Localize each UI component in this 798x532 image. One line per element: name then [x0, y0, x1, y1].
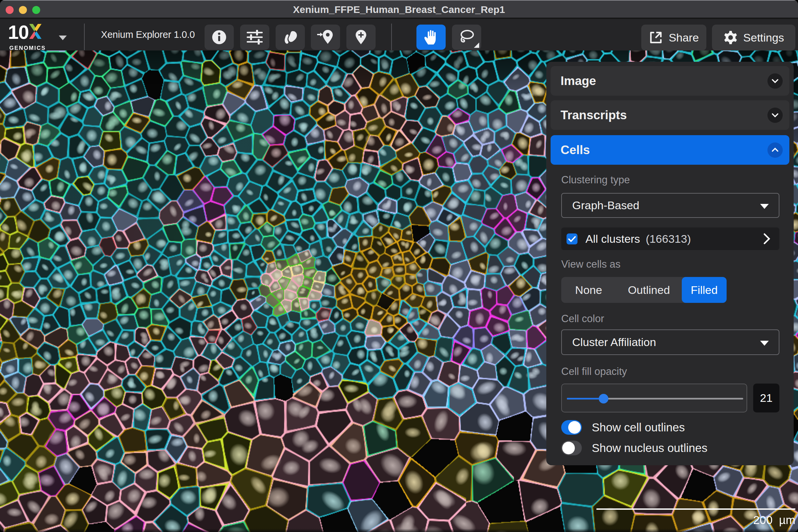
svg-text:10: 10: [8, 22, 29, 43]
